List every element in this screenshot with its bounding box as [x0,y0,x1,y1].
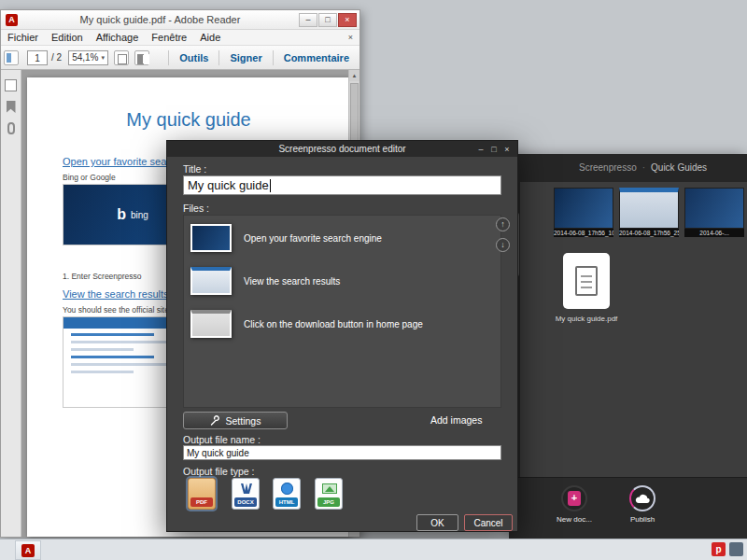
two-page-view-icon[interactable] [134,50,149,65]
new-doc-button[interactable]: + New doc... [542,485,607,524]
panel-toggle-icon[interactable] [4,50,19,65]
menu-affichage[interactable]: Affichage [90,32,146,43]
maximize-icon[interactable]: □ [318,13,337,27]
word-glyph [241,483,252,494]
ok-button[interactable]: OK [416,514,458,531]
bing-logo-icon: b [117,206,126,223]
minimize-icon[interactable]: – [299,13,317,27]
list-item[interactable]: View the search results [190,264,489,298]
filetype-html-icon[interactable]: HTML [273,478,301,510]
close-icon[interactable]: × [338,13,357,27]
pdf-link-view-results[interactable]: View the search results [63,288,169,300]
menu-aide[interactable]: Aide [193,32,227,43]
filetype-pdf-icon[interactable]: PDF [188,478,216,510]
list-item[interactable]: Click on the download button in home pag… [190,307,489,341]
thumbnail-image[interactable] [554,188,613,229]
html-badge: HTML [275,497,298,507]
new-doc-label: New doc... [542,515,607,524]
move-down-button[interactable]: ↓ [496,238,510,252]
dialog-titlebar[interactable]: Screenpresso document editor – □ × [167,141,517,157]
thumbnail-image[interactable] [619,188,679,229]
adobe-titlebar[interactable]: A My quick guide.pdf - Adobe Reader – □ … [1,10,359,30]
new-document-icon: + [568,491,581,506]
zoom-level-select[interactable]: 54,1% ▾ [68,50,108,65]
menu-fichier[interactable]: Fichier [1,32,45,43]
page-number-input[interactable]: 1 [27,50,48,65]
publish-button[interactable]: Publish [610,485,675,524]
files-label: Files : [183,203,209,214]
sign-button[interactable]: Signer [230,52,261,63]
scroll-up-icon[interactable]: ▲ [349,70,359,81]
list-item[interactable]: Open your favorite search engine [190,221,489,255]
pdf-badge: PDF [190,497,213,507]
pdf-doc-title: My quick guide [27,109,350,131]
thumbnail-item[interactable]: 2014-06-08_17h56_25.png [619,188,679,237]
new-doc-circle[interactable]: + [561,485,587,511]
dialog-title: Screenpresso document editor [278,144,405,154]
menu-fenetre[interactable]: Fenêtre [145,32,193,43]
add-images-button[interactable]: Add images [430,414,482,426]
screenshot-line [71,333,154,336]
settings-button[interactable]: Settings [183,412,288,429]
screenpresso-window: Screenpresso · Quick Guides 2014-06-08_1… [509,154,747,539]
desktop: A My quick guide.pdf - Adobe Reader – □ … [0,0,747,560]
bookmarks-icon[interactable] [7,101,16,113]
file-caption: Open your favorite search engine [244,233,382,244]
workspace-name[interactable]: Quick Guides [651,162,707,173]
screenshot-line [71,348,134,351]
filetype-jpg-icon[interactable]: JPG [315,478,343,510]
file-thumbnail[interactable] [190,267,232,295]
menu-edition[interactable]: Edition [45,32,90,43]
globe-glyph [281,483,293,495]
tools-button[interactable]: Outils [179,52,208,63]
close-icon[interactable]: × [500,145,514,154]
title-input[interactable]: My quick guide [183,175,501,195]
adobe-window-title: My quick guide.pdf - Adobe Reader [22,14,298,25]
adobe-toolbar: 1 / 2 54,1% ▾ Outils Signer Commentaire [1,46,359,70]
publish-circle[interactable] [629,485,655,511]
filetype-docx-icon[interactable]: DOCX [232,478,260,510]
thumbnail-label: 2014-06-... [684,229,744,237]
file-thumbnail[interactable] [190,224,232,252]
move-up-button[interactable]: ↑ [496,217,510,231]
pdf-caption-bing: Bing or Google [63,173,116,182]
pdf-step-text: 1. Enter Screenpresso [63,272,142,281]
thumbnail-image[interactable] [684,188,744,229]
text-caret [270,179,271,192]
settings-label: Settings [226,415,261,427]
tray-misc-icon[interactable] [729,542,743,556]
pdf-file-item[interactable] [563,253,610,309]
maximize-icon[interactable]: □ [487,145,500,154]
screenpresso-tray-icon[interactable]: p [712,542,726,556]
cancel-button[interactable]: Cancel [464,514,513,531]
page-thumbnails-icon[interactable] [5,79,17,91]
pdf-file-label: My quick guide.pdf [537,315,636,323]
comment-button[interactable]: Commentaire [284,52,349,63]
output-name-input[interactable]: My quick guide [183,445,501,460]
window-controls: – □ × [298,13,357,27]
pdf-link-open-search[interactable]: Open your favorite search [63,156,181,167]
publish-label: Publish [610,515,675,524]
output-type-label: Output file type : [183,466,254,477]
page-display-icon[interactable] [114,50,129,65]
document-close-icon[interactable]: × [348,33,353,42]
file-caption: Click on the download button in home pag… [244,319,423,329]
attachments-icon[interactable] [7,122,15,134]
screenpresso-bottombar: + New doc... Publish [509,477,747,539]
file-caption: View the search results [244,276,340,287]
wrench-icon [210,415,220,426]
file-thumbnail[interactable] [190,310,232,338]
dialog-window-controls: – □ × [474,141,514,157]
toolbar-divider [273,50,274,65]
system-tray: p [712,542,743,556]
thumbnail-item[interactable]: 2014-06-... [684,188,744,237]
minimize-icon[interactable]: – [474,145,487,154]
thumbnail-label: 2014-06-08_17h56_25.png [619,229,679,237]
thumbnail-item[interactable]: 2014-06-08_17h56_10.png [554,188,613,237]
output-name-value: My quick guide [187,448,249,458]
document-file-icon [575,266,598,296]
files-list[interactable]: Open your favorite search engine View th… [183,215,501,408]
title-label: Title : [183,163,206,175]
taskbar-adobe-button[interactable]: A [15,540,41,560]
screenpresso-app-name: Screenpresso [579,162,637,173]
